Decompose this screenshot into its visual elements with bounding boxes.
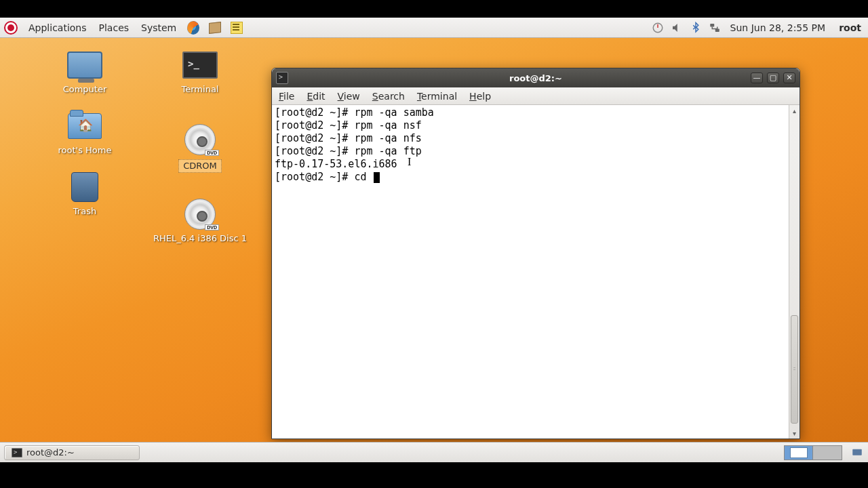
workspace-2[interactable] xyxy=(813,446,842,460)
terminal-text-area[interactable]: [root@d2 ~]# rpm -qa samba [root@d2 ~]# … xyxy=(272,105,789,439)
workspace-switcher[interactable] xyxy=(784,445,842,460)
desktop-icon-trash[interactable]: Trash xyxy=(27,171,142,217)
scroll-up-arrow-icon[interactable]: ▴ xyxy=(789,105,800,116)
menu-terminal[interactable]: Terminal xyxy=(417,91,457,102)
window-controls: — ▢ ✕ xyxy=(751,73,800,83)
places-menu[interactable]: Places xyxy=(98,22,131,33)
desktop-icon-install-disc[interactable]: RHEL_6.4 i386 Disc 1 xyxy=(142,198,258,244)
scrollbar-thumb[interactable] xyxy=(791,315,798,424)
window-icon xyxy=(276,72,288,84)
terminal-cursor xyxy=(374,172,380,183)
panel-left: Applications Places System xyxy=(0,21,243,35)
firefox-launcher-icon[interactable] xyxy=(187,22,199,34)
panel-clock[interactable]: Sun Jun 28, 2:55 PM xyxy=(728,22,829,33)
desktop-icon-terminal[interactable]: Terminal xyxy=(142,49,258,95)
terminal-body: [root@d2 ~]# rpm -qa samba [root@d2 ~]# … xyxy=(272,105,800,439)
distro-logo-icon[interactable] xyxy=(4,21,18,35)
cdrom-icon xyxy=(184,124,216,155)
close-button[interactable]: ✕ xyxy=(783,73,795,83)
menu-edit[interactable]: Edit xyxy=(307,91,325,102)
network-icon[interactable] xyxy=(709,22,721,34)
taskbar-terminal-icon xyxy=(12,448,22,458)
terminal-icon xyxy=(182,52,218,79)
svg-rect-1 xyxy=(710,24,714,27)
screen: Applications Places System Sun Jun 28, 2… xyxy=(0,0,868,488)
desktop[interactable]: Applications Places System Sun Jun 28, 2… xyxy=(0,18,868,462)
package-updater-icon[interactable] xyxy=(209,22,221,34)
bluetooth-icon[interactable] xyxy=(690,22,702,34)
terminal-scrollbar[interactable]: ▴ ▾ xyxy=(789,105,800,439)
desktop-icon-label: Trash xyxy=(27,206,142,217)
menu-help[interactable]: Help xyxy=(469,91,491,102)
taskbar-button-terminal[interactable]: root@d2:~ xyxy=(4,445,140,460)
scroll-down-arrow-icon[interactable]: ▾ xyxy=(789,428,800,439)
panel-right: Sun Jun 28, 2:55 PM root xyxy=(652,22,868,34)
letterbox-top xyxy=(0,0,868,18)
trash-icon xyxy=(71,172,98,202)
window-title: root@d2:~ xyxy=(272,73,800,83)
maximize-button[interactable]: ▢ xyxy=(767,73,779,83)
desktop-icon-cdrom[interactable]: CDROM xyxy=(142,123,258,173)
menu-file[interactable]: File xyxy=(279,91,294,102)
applications-menu[interactable]: Applications xyxy=(27,22,88,33)
taskbar-button-label: root@d2:~ xyxy=(26,447,75,458)
show-desktop-icon[interactable] xyxy=(850,446,864,460)
workspace-1[interactable] xyxy=(785,446,813,460)
dvd-icon xyxy=(184,199,216,230)
menu-search[interactable]: Search xyxy=(372,91,405,102)
cpu-monitor-icon[interactable] xyxy=(652,22,664,34)
letterbox-bottom xyxy=(0,462,868,488)
home-folder-icon xyxy=(68,113,102,139)
menu-view[interactable]: View xyxy=(338,91,360,102)
minimize-button[interactable]: — xyxy=(751,73,763,83)
desktop-icon-label: CDROM xyxy=(178,159,222,173)
desktop-icon-label: Computer xyxy=(27,84,142,95)
window-titlebar[interactable]: root@d2:~ — ▢ ✕ xyxy=(272,68,800,87)
text-editor-launcher-icon[interactable] xyxy=(231,22,243,34)
desktop-icon-label: root's Home xyxy=(27,145,142,156)
system-menu[interactable]: System xyxy=(140,22,178,33)
gnome-top-panel: Applications Places System Sun Jun 28, 2… xyxy=(0,18,868,38)
gnome-bottom-panel: root@d2:~ xyxy=(0,442,868,462)
desktop-icon-label: Terminal xyxy=(142,84,258,95)
computer-icon xyxy=(67,52,102,79)
terminal-menubar: File Edit View Search Terminal Help xyxy=(272,87,800,105)
desktop-icon-computer[interactable]: Computer xyxy=(27,49,142,95)
user-menu[interactable]: root xyxy=(835,22,861,33)
svg-rect-3 xyxy=(852,449,862,455)
volume-icon[interactable] xyxy=(671,22,683,34)
desktop-icon-label: RHEL_6.4 i386 Disc 1 xyxy=(142,233,258,244)
desktop-icon-home[interactable]: root's Home xyxy=(27,110,142,156)
terminal-window: root@d2:~ — ▢ ✕ File Edit View Search Te… xyxy=(271,68,800,439)
